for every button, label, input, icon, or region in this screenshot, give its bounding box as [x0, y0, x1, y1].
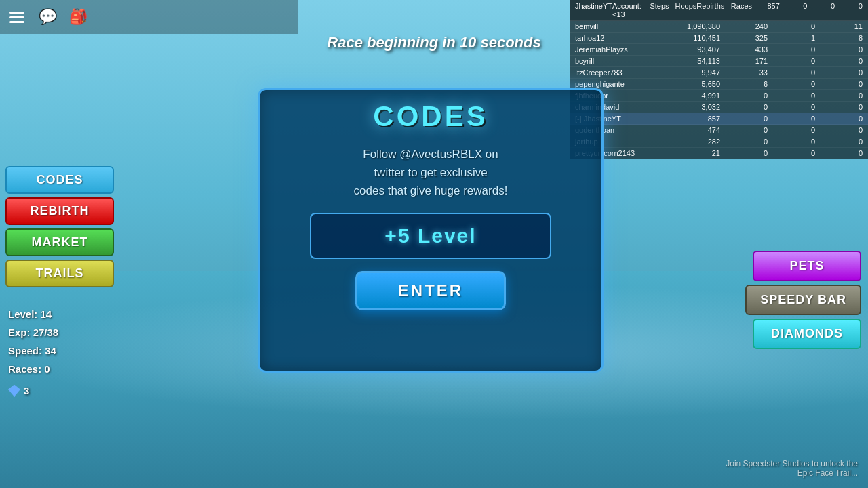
modal-title: CODES — [373, 100, 488, 133]
chat-icon[interactable]: 💬 — [37, 7, 58, 27]
table-row: fjhfheudbr 4,991 0 0 0 — [570, 90, 868, 102]
lb-steps-2: 93,407 — [673, 45, 720, 54]
lb-rebirths-6: 0 — [768, 92, 815, 100]
lb-rebirths-11: 0 — [768, 149, 815, 157]
lb-hoops-9: 0 — [720, 126, 768, 134]
lb-hoops-8: 0 — [720, 115, 768, 123]
backpack-icon[interactable]: 🎒 — [68, 7, 88, 27]
lb-name-2: JeremiahPlayzs — [575, 45, 673, 54]
self-hoops-label: Hoops — [669, 2, 697, 18]
diamonds-row: 3 — [8, 382, 58, 400]
table-row: jarthup 282 0 0 0 — [570, 136, 868, 148]
self-steps-label: Steps — [642, 2, 669, 18]
self-hoops-val: 0 — [780, 2, 808, 18]
lb-races-2: 0 — [815, 45, 863, 54]
table-row: bcyrill 54,113 171 0 0 — [570, 56, 868, 67]
rebirth-button[interactable]: REBIRTH — [5, 197, 114, 225]
lb-hoops-5: 6 — [720, 80, 768, 88]
lb-races-5: 0 — [815, 80, 863, 88]
lb-steps-3: 54,113 — [673, 57, 720, 65]
lb-rebirths-5: 0 — [768, 80, 815, 88]
codes-modal: CODES Follow @AvectusRBLX ontwitter to g… — [258, 88, 604, 373]
diamond-icon — [8, 385, 20, 397]
self-rebirths-label: Rebirths — [696, 2, 724, 18]
lb-steps-9: 474 — [673, 126, 720, 134]
lb-hoops-3: 171 — [720, 57, 768, 65]
enter-button[interactable]: ENTER — [355, 271, 506, 310]
table-row: JeremiahPlayzs 93,407 433 0 0 — [570, 44, 868, 56]
lb-rebirths-10: 0 — [768, 138, 815, 146]
self-races-val: 0 — [835, 2, 863, 18]
self-steps-val: 857 — [752, 2, 780, 18]
lb-races-1: 8 — [815, 34, 863, 42]
table-row: bemvill 1,090,380 240 0 11 — [570, 21, 868, 33]
lb-hoops-4: 33 — [720, 68, 768, 77]
market-button[interactable]: MARKET — [5, 228, 114, 256]
diamonds-button[interactable]: DIAMONDS — [753, 319, 861, 349]
lb-steps-11: 21 — [673, 149, 720, 157]
promo-line1: Join Speedster Studios to unlock the — [726, 459, 858, 468]
lb-rebirths-9: 0 — [768, 126, 815, 134]
top-bar: 💬 🎒 — [0, 0, 298, 34]
lb-name-0: bemvill — [575, 22, 673, 30]
race-timer: Race beginning in 10 seconds — [327, 34, 540, 52]
table-row: prettyunicorn2143 21 0 0 0 — [570, 148, 868, 159]
lb-steps-0: 1,090,380 — [673, 22, 720, 30]
races-stat: Races: 0 — [8, 360, 58, 378]
lb-hoops-6: 0 — [720, 92, 768, 100]
lb-rebirths-7: 0 — [768, 103, 815, 111]
codes-button[interactable]: CODES — [5, 166, 114, 194]
modal-description: Follow @AvectusRBLX ontwitter to get exc… — [354, 145, 508, 201]
lb-rebirths-8: 0 — [768, 115, 815, 123]
lb-name-3: bcyrill — [575, 57, 673, 65]
lb-steps-8: 857 — [673, 115, 720, 123]
left-sidebar: CODES REBIRTH MARKET TRAILS — [5, 166, 114, 287]
lb-rebirths-4: 0 — [768, 68, 815, 77]
table-row: ItzCreeper783 9,947 33 0 0 — [570, 67, 868, 79]
level-stat: Level: 14 — [8, 305, 58, 323]
lb-rebirths-3: 0 — [768, 57, 815, 65]
lb-rebirths-0: 0 — [768, 22, 815, 30]
lb-steps-10: 282 — [673, 138, 720, 146]
lb-steps-6: 4,991 — [673, 92, 720, 100]
leaderboard: JhastineYT Account: <13 Steps Hoops Rebi… — [570, 0, 868, 159]
lb-races-7: 0 — [815, 103, 863, 111]
speedy-bar-button[interactable]: SPEEDY BAR — [745, 285, 861, 315]
bottom-right-promo: Join Speedster Studios to unlock the Epi… — [726, 459, 858, 478]
lb-name-4: ItzCreeper783 — [575, 68, 673, 77]
right-sidebar: PETS SPEEDY BAR DIAMONDS — [745, 251, 861, 349]
lb-hoops-10: 0 — [720, 138, 768, 146]
table-row: [-] JhastineYT 857 0 0 0 — [570, 113, 868, 125]
lb-races-10: 0 — [815, 138, 863, 146]
diamonds-count: 3 — [24, 382, 29, 400]
lb-steps-4: 9,947 — [673, 68, 720, 77]
lb-races-4: 0 — [815, 68, 863, 77]
leaderboard-self-info: JhastineYT Account: <13 Steps Hoops Rebi… — [570, 0, 868, 21]
lb-steps-7: 3,032 — [673, 103, 720, 111]
self-races-label: Races — [724, 2, 752, 18]
lb-hoops-1: 325 — [720, 34, 768, 42]
promo-line2: Epic Face Trail... — [726, 468, 858, 478]
lb-rebirths-1: 1 — [768, 34, 815, 42]
lb-hoops-0: 240 — [720, 22, 768, 30]
self-rebirths-val: 0 — [807, 2, 835, 18]
modal-reward: +5 Level — [310, 213, 551, 259]
lb-hoops-7: 0 — [720, 103, 768, 111]
speed-stat: Speed: 34 — [8, 342, 58, 360]
pets-button[interactable]: PETS — [753, 251, 861, 281]
lb-races-3: 0 — [815, 57, 863, 65]
lb-hoops-11: 0 — [720, 149, 768, 157]
leaderboard-rows: bemvill 1,090,380 240 0 11 tarhoa12 110,… — [570, 21, 868, 159]
lb-name-1: tarhoa12 — [575, 34, 673, 42]
lb-name-5: pepenghigante — [575, 80, 673, 88]
table-row: tarhoa12 110,451 325 1 8 — [570, 33, 868, 44]
trails-button[interactable]: TRAILS — [5, 260, 114, 287]
exp-stat: Exp: 27/38 — [8, 323, 58, 342]
menu-icon[interactable] — [7, 7, 27, 27]
stats-panel: Level: 14 Exp: 27/38 Speed: 34 Races: 0 … — [8, 305, 58, 400]
lb-steps-5: 5,650 — [673, 80, 720, 88]
lb-races-0: 11 — [815, 22, 863, 30]
table-row: pepenghigante 5,650 6 0 0 — [570, 79, 868, 90]
self-username: JhastineYT — [575, 2, 612, 18]
lb-steps-1: 110,451 — [673, 34, 720, 42]
